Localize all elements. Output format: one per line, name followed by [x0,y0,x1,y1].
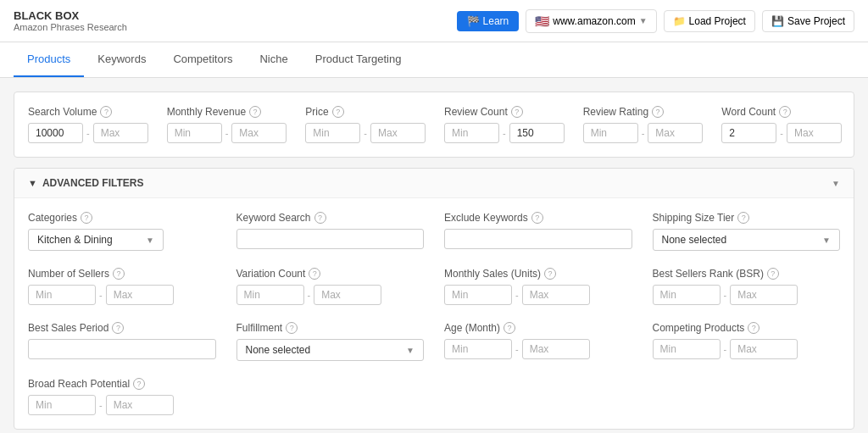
review-rating-max-input[interactable] [648,123,703,143]
word-count-min-input[interactable] [721,123,776,143]
filter-funnel-icon: ▼ [28,178,37,188]
adv-label-age-month: Age (Month) ? [444,322,632,334]
monthly-revenue-info-icon[interactable]: ? [249,106,261,118]
shipping-size-tier-info-icon[interactable]: ? [737,212,749,224]
broad-reach-potential-min-input[interactable] [28,395,96,415]
adv-group-keyword-search: Keyword Search ? [236,212,425,251]
review-rating-min-input[interactable] [583,123,638,143]
monthly-sales-units-info-icon[interactable]: ? [544,268,556,280]
competing-products-max-input[interactable] [730,339,798,359]
fulfillment-select[interactable]: None selected ▼ [236,339,425,361]
broad-reach-potential-inputs: - [28,395,216,415]
tab-niche[interactable]: Niche [246,42,301,77]
price-min-input[interactable] [305,123,360,143]
search-volume-info-icon[interactable]: ? [100,106,112,118]
adv-group-exclude-keywords: Exclude Keywords ? [444,212,632,251]
adv-group-fulfillment: Fulfillment ? None selected ▼ [236,322,425,361]
broad-reach-potential-info-icon[interactable]: ? [133,378,145,390]
age-month-min-input[interactable] [444,339,512,359]
review-count-max-input[interactable] [509,123,565,143]
save-project-button[interactable]: 💾 Save Project [762,10,854,32]
filter-inputs-search-volume: - [28,123,147,143]
monthly-revenue-max-input[interactable] [231,123,287,143]
review-count-min-input[interactable] [444,123,499,143]
advanced-filters-title-area: ▼ ADVANCED FILTERS [28,177,143,189]
adv-group-broad-reach-potential: Broad Reach Potential ? - [28,378,216,415]
adv-group-age-month: Age (Month) ? - [444,322,632,361]
save-icon: 💾 [771,15,784,27]
categories-info-icon[interactable]: ? [81,212,92,224]
price-info-icon[interactable]: ? [332,106,344,118]
price-max-input[interactable] [370,123,426,143]
categories-select[interactable]: Kitchen & Dining ▼ [28,229,164,251]
adv-label-categories: Categories ? [28,212,216,224]
search-volume-max-input[interactable] [93,123,148,143]
age-month-info-icon[interactable]: ? [504,322,515,334]
best-sales-period-info-icon[interactable]: ? [112,322,124,334]
filter-inputs-monthly-revenue: - [167,123,286,143]
shipping-size-tier-select[interactable]: None selected ▼ [653,229,841,251]
tab-keywords[interactable]: Keywords [84,42,159,77]
categories-dropdown-icon: ▼ [146,236,154,245]
monthly-sales-units-max-input[interactable] [522,285,590,305]
age-month-max-input[interactable] [522,339,590,359]
review-count-info-icon[interactable]: ? [511,106,523,118]
number-of-sellers-inputs: - [28,285,216,305]
filter-label-price: Price ? [305,106,424,118]
advanced-filters-header[interactable]: ▼ ADVANCED FILTERS ▼ [14,169,854,198]
tab-product-targeting[interactable]: Product Targeting [302,42,415,77]
keyword-search-info-icon[interactable]: ? [314,212,326,224]
adv-group-shipping-size-tier: Shipping Size Tier ? None selected ▼ [653,212,841,251]
keyword-search-input[interactable] [236,229,425,249]
monthly-revenue-min-input[interactable] [167,123,222,143]
load-project-label: Load Project [689,15,746,27]
header-left: BLACK BOX Amazon Phrases Research [14,9,127,32]
adv-group-variation-count: Variation Count ? - [236,268,425,305]
age-month-inputs: - [444,339,632,359]
number-of-sellers-info-icon[interactable]: ? [113,268,125,280]
shipping-size-tier-value: None selected [662,234,727,246]
advanced-filters-body: Categories ? Kitchen & Dining ▼ Keyword … [14,198,854,429]
load-project-button[interactable]: 📁 Load Project [664,10,755,32]
variation-count-max-input[interactable] [314,285,381,305]
number-of-sellers-min-input[interactable] [28,285,96,305]
competing-products-separator: - [724,344,727,354]
adv-label-broad-reach-potential: Broad Reach Potential ? [28,378,216,390]
monthly-sales-units-min-input[interactable] [444,285,512,305]
filter-inputs-price: - [305,123,424,143]
word-count-max-input[interactable] [787,123,842,143]
fulfillment-info-icon[interactable]: ? [286,322,298,334]
tab-products[interactable]: Products [14,42,84,77]
adv-label-competing-products: Competing Products ? [653,322,841,334]
number-of-sellers-separator: - [99,290,103,300]
word-count-info-icon[interactable]: ? [779,106,791,118]
number-of-sellers-max-input[interactable] [106,285,174,305]
best-sales-period-input[interactable] [28,339,216,359]
tab-competitors[interactable]: Competitors [159,42,246,77]
review-count-separator: - [503,128,506,138]
variation-count-info-icon[interactable]: ? [309,268,320,280]
exclude-keywords-info-icon[interactable]: ? [531,212,543,224]
header: BLACK BOX Amazon Phrases Research 🏁 Lear… [0,0,868,42]
learn-button[interactable]: 🏁 Learn [457,11,520,31]
age-month-separator: - [515,344,519,354]
save-project-label: Save Project [787,15,845,27]
review-rating-info-icon[interactable]: ? [652,106,664,118]
advanced-row-2: Number of Sellers ? - Variation Count ? [28,268,840,305]
best-sellers-rank-max-input[interactable] [730,285,798,305]
amazon-selector[interactable]: 🇺🇸 www.amazon.com ▼ [526,9,656,33]
variation-count-min-input[interactable] [236,285,304,305]
adv-group-competing-products: Competing Products ? - [653,322,841,361]
best-sellers-rank-info-icon[interactable]: ? [767,268,779,280]
adv-label-keyword-search: Keyword Search ? [236,212,425,224]
exclude-keywords-input[interactable] [444,229,632,249]
competing-products-min-input[interactable] [653,339,721,359]
best-sellers-rank-min-input[interactable] [653,285,721,305]
filter-group-review-count: Review Count ? - [444,106,563,143]
filter-label-search-volume: Search Volume ? [28,106,147,118]
fulfillment-dropdown-icon: ▼ [406,346,415,355]
filter-inputs-word-count: - [721,123,840,143]
search-volume-min-input[interactable] [28,123,83,143]
broad-reach-potential-max-input[interactable] [106,395,174,415]
competing-products-info-icon[interactable]: ? [748,322,760,334]
